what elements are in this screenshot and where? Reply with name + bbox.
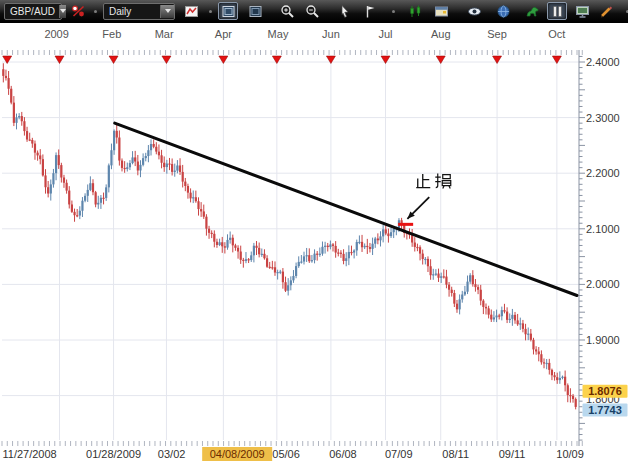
date-label: 03/02	[158, 448, 186, 460]
date-label: 06/08	[329, 448, 357, 460]
frame2-button[interactable]	[245, 2, 265, 20]
candlestick-icon	[408, 4, 423, 19]
toolbar-separator	[209, 10, 212, 13]
month-label: Jul	[378, 28, 392, 40]
chart-canvas[interactable]: 2009FebMarAprMayJunJulAugSepOct2.40002.3…	[0, 0, 628, 466]
price-badge-value: 1.7743	[588, 404, 622, 416]
pause-button[interactable]	[547, 2, 567, 20]
toolbar-separator	[392, 10, 395, 13]
percent-button[interactable]	[68, 2, 88, 20]
eye-icon	[467, 4, 482, 19]
chevron-down-icon[interactable]	[160, 5, 174, 18]
candlestick-button[interactable]	[405, 2, 425, 20]
horse-button[interactable]	[522, 2, 542, 20]
symbol-select[interactable]: GBP/AUD	[4, 3, 62, 20]
toolbar-separator	[94, 10, 97, 13]
price-tick-label: 2.3000	[586, 112, 620, 124]
flag-icon	[363, 4, 378, 19]
price-badge-value: 1.8076	[588, 385, 622, 397]
pencil-icon	[599, 4, 614, 19]
monitor-icon	[575, 4, 590, 19]
month-label: Apr	[215, 28, 232, 40]
percent-icon	[71, 4, 86, 19]
cursor-button[interactable]	[334, 2, 354, 20]
zoom-in-icon	[280, 4, 295, 19]
date-label: 08/11	[442, 448, 469, 460]
monitor-button[interactable]	[572, 2, 592, 20]
frame-icon	[221, 4, 236, 19]
date-label: 09/11	[499, 448, 526, 460]
horse-icon	[525, 4, 540, 19]
date-label: 04/08/2009	[210, 448, 265, 460]
chart-type-icon	[184, 4, 199, 19]
pencil-button[interactable]	[596, 2, 616, 20]
app-window: GBP/AUD Daily 2009FebMarAprMayJunJulAugS…	[0, 0, 628, 466]
month-label: Oct	[548, 28, 565, 40]
zoom-out-button[interactable]	[302, 2, 322, 20]
price-tick-label: 2.2000	[586, 167, 620, 179]
month-label: Mar	[155, 28, 174, 40]
date-label: 07/09	[385, 448, 413, 460]
price-tick-label: 2.1000	[586, 223, 620, 235]
date-label: 01/28/2009	[86, 448, 141, 460]
stop-loss-marker[interactable]	[398, 223, 413, 226]
month-label: Aug	[431, 28, 451, 40]
cursor-icon	[337, 4, 352, 19]
globe-button[interactable]	[493, 2, 513, 20]
zoom-in-button[interactable]	[277, 2, 297, 20]
panel-icon	[434, 4, 449, 19]
timeframe-select[interactable]: Daily	[103, 3, 175, 20]
timeframe-value: Daily	[104, 6, 160, 17]
month-label: Sep	[487, 28, 507, 40]
date-label: 11/27/2008	[2, 448, 56, 460]
date-label: 05/06	[272, 448, 300, 460]
month-label: Feb	[102, 28, 121, 40]
pause-icon	[550, 4, 565, 19]
eye-button[interactable]	[464, 2, 484, 20]
chart-plot[interactable]	[0, 22, 628, 466]
price-tick-label: 2.0000	[586, 278, 620, 290]
panel-button[interactable]	[431, 2, 451, 20]
flag-button[interactable]	[360, 2, 380, 20]
month-label: Jun	[322, 28, 340, 40]
month-label: May	[268, 28, 289, 40]
frame-button[interactable]	[218, 2, 238, 20]
frame2-icon	[248, 4, 263, 19]
date-label: 10/09	[556, 448, 584, 460]
chart-type-button[interactable]	[181, 2, 201, 20]
price-tick-label: 1.9000	[586, 334, 620, 346]
toolbar: GBP/AUD Daily	[0, 0, 628, 23]
price-tick-label: 2.4000	[586, 56, 620, 68]
month-label: 2009	[44, 28, 68, 40]
symbol-value: GBP/AUD	[5, 6, 59, 17]
zoom-out-icon	[305, 4, 320, 19]
globe-icon	[496, 4, 511, 19]
